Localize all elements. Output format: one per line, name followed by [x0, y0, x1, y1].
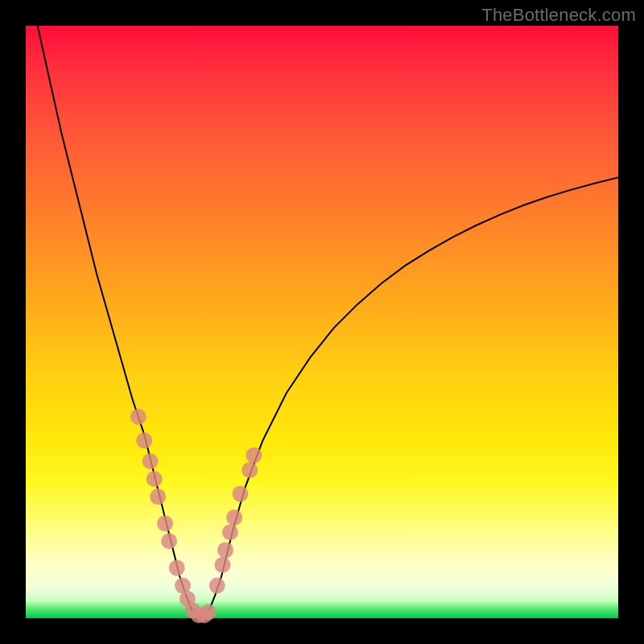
- highlight-marker: [169, 559, 185, 576]
- highlight-marker: [217, 542, 233, 558]
- highlight-marker: [200, 605, 217, 621]
- bottleneck-curve: [38, 26, 618, 615]
- highlight-marker: [232, 485, 248, 502]
- highlight-marker: [209, 578, 225, 594]
- watermark-text: TheBottleneck.com: [481, 5, 636, 26]
- highlight-marker: [246, 448, 262, 464]
- highlight-marker: [142, 453, 159, 469]
- highlight-marker: [130, 409, 147, 425]
- highlight-marker: [226, 510, 242, 526]
- highlight-marker: [242, 462, 258, 478]
- curve-layer: [26, 26, 618, 618]
- highlight-marker: [150, 489, 166, 505]
- plot-area: [26, 26, 618, 618]
- highlight-marker: [136, 432, 152, 448]
- highlight-marker: [214, 557, 230, 573]
- highlight-marker: [161, 533, 177, 549]
- highlight-marker: [222, 524, 238, 540]
- highlight-marker: [147, 471, 163, 487]
- chart-frame: TheBottleneck.com: [0, 0, 644, 644]
- highlight-marker: [157, 515, 173, 531]
